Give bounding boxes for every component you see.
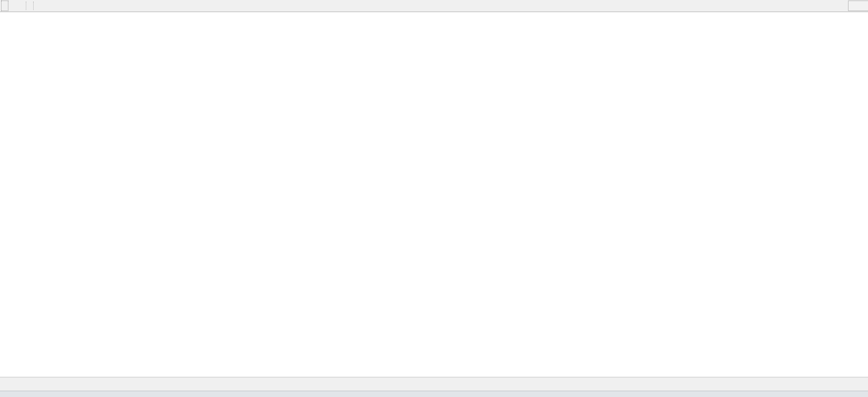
tool-dropdown-caret[interactable]: [18, 1, 22, 11]
crosshair-tool-icon[interactable]: [9, 1, 17, 11]
chart-tab-bar: [0, 377, 868, 391]
chart-corner-button[interactable]: [848, 1, 868, 11]
toolbar-separator: [33, 2, 34, 10]
trading-terminal: [0, 0, 868, 397]
toolbar-separator: [26, 2, 27, 10]
status-strip: [0, 391, 868, 397]
text-tool-button[interactable]: [1, 1, 8, 11]
toolbar: [0, 0, 868, 12]
chart-window: [0, 12, 868, 376]
chart-canvas[interactable]: [0, 12, 868, 376]
